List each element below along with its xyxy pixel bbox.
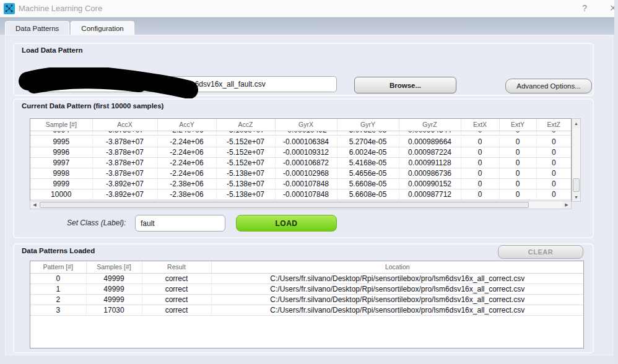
title-bar: Machine Learning Core ? ✕	[0, 0, 614, 17]
table-row[interactable]: 9998-3.878e+07-2.24e+06-5.138e+07-0.0001…	[30, 168, 571, 179]
current-data-pattern-group: Current Data Pattern (first 10000 sample…	[13, 98, 594, 238]
table-cell: correct	[142, 284, 211, 294]
table-cell: 0.000987224	[399, 147, 461, 158]
table-cell: 17030	[86, 305, 142, 315]
samples-table: Sample [#]AccXAccYAccZGyrXGyrYGyrZExtXEx…	[30, 118, 572, 202]
horizontal-scrollbar[interactable]: ◀ ▶	[30, 201, 572, 209]
column-header[interactable]: GyrY	[337, 119, 399, 131]
column-header[interactable]: GyrZ	[399, 119, 461, 131]
table-cell: C:/Users/fr.silvano/Desktop/Rpi/sensorti…	[211, 305, 583, 315]
table-cell: -3.878e+07	[92, 131, 157, 136]
table-cell: 0	[499, 179, 536, 189]
loaded-group-title: Data Patterns Loaded	[22, 247, 95, 254]
table-cell: 0	[499, 158, 536, 168]
table-row[interactable]: 9996-3.878e+07-2.24e+06-5.152e+07-0.0001…	[30, 147, 571, 158]
table-cell: -2.24e+06	[157, 137, 216, 147]
table-cell: 5.4168e-05	[337, 158, 399, 168]
clear-button[interactable]: CLEAR	[498, 245, 583, 259]
load-button[interactable]: LOAD	[236, 215, 337, 232]
table-row[interactable]: 9999-3.892e+07-2.38e+06-5.138e+07-0.0001…	[30, 179, 571, 189]
column-header[interactable]: GyrX	[275, 119, 337, 131]
table-cell: -0.000107848	[275, 179, 337, 189]
table-cell: C:/Users/fr.silvano/Desktop/Rpi/sensorti…	[211, 273, 583, 284]
table-row[interactable]: 049999correctC:/Users/fr.silvano/Desktop…	[30, 273, 583, 284]
tab-strip: Data Patterns Configuration	[0, 17, 614, 35]
scroll-left-icon[interactable]: ◀	[30, 201, 39, 209]
table-cell: -2.24e+06	[157, 168, 216, 179]
column-header[interactable]: Samples [#]	[86, 261, 142, 273]
table-row[interactable]: 9997-3.878e+07-2.24e+06-5.152e+07-0.0001…	[30, 158, 571, 168]
app-logo-icon	[4, 3, 15, 14]
table-cell: -3.892e+07	[92, 179, 157, 189]
scroll-right-icon[interactable]: ▶	[562, 201, 571, 209]
column-header[interactable]: ExtZ	[536, 119, 571, 131]
table-cell: 0	[536, 168, 571, 179]
table-cell: -5.138e+07	[216, 168, 275, 179]
column-header[interactable]: AccX	[92, 119, 157, 131]
scroll-down-icon[interactable]: ▼	[572, 193, 580, 201]
table-cell: 5.0752e-05	[337, 131, 399, 136]
table-cell: -0.00010492	[275, 131, 337, 136]
table-cell: -0.000106384	[275, 137, 337, 147]
table-cell: -0.000102968	[275, 168, 337, 179]
samples-table-body-table: 9995-3.878e+07-2.24e+06-5.152e+07-0.0001…	[30, 137, 571, 201]
table-cell: 5.4656e-05	[337, 168, 399, 179]
table-cell: -3.892e+07	[92, 189, 157, 200]
column-header[interactable]: ExtY	[499, 119, 536, 131]
vertical-scroll-thumb[interactable]	[573, 178, 580, 192]
table-cell: 9995	[30, 137, 92, 147]
data-patterns-loaded-group: Data Patterns Loaded CLEAR Pattern [#]Sa…	[13, 243, 594, 353]
table-cell: -5.152e+07	[216, 137, 275, 147]
close-button[interactable]: ✕	[609, 3, 617, 13]
table-cell: 0.000989664	[399, 137, 461, 147]
table-row[interactable]: 249999correctC:/Users/fr.silvano/Desktop…	[30, 294, 583, 305]
vertical-scrollbar[interactable]: ▲ ▼	[572, 118, 581, 202]
table-cell: C:/Users/fr.silvano/Desktop/Rpi/sensorti…	[211, 284, 583, 294]
horizontal-scroll-thumb[interactable]	[40, 202, 529, 208]
tab-configuration[interactable]: Configuration	[71, 21, 134, 35]
help-button[interactable]: ?	[582, 3, 587, 13]
table-cell: 5.6608e-05	[337, 189, 399, 200]
data-patterns-panel: Load Data Pattern Browse... Advanced Opt…	[5, 35, 613, 355]
table-cell: 0.000994544	[399, 131, 461, 136]
table-cell: 0	[536, 158, 571, 168]
table-cell: C:/Users/fr.silvano/Desktop/Rpi/sensorti…	[211, 294, 583, 305]
class-label-input[interactable]	[135, 215, 225, 232]
table-cell: 0	[30, 273, 86, 284]
table-cell: 0	[461, 189, 499, 200]
window-title: Machine Learning Core	[19, 4, 102, 13]
table-cell: 0	[536, 131, 571, 136]
table-cell: -3.878e+07	[92, 158, 157, 168]
machine-learning-core-window: Machine Learning Core ? ✕ Data Patterns …	[0, 0, 618, 364]
file-path-input[interactable]	[27, 76, 337, 92]
table-cell: 0	[536, 137, 571, 147]
tab-data-patterns[interactable]: Data Patterns	[5, 21, 69, 35]
table-cell: -5.152e+07	[216, 158, 275, 168]
table-cell: 0	[536, 147, 571, 158]
column-header[interactable]: Result	[142, 261, 211, 273]
table-cell: 0.000991128	[399, 158, 461, 168]
clipped-row-region: 9994-3.878e+07-2.24e+06-5.106e+07-0.0001…	[30, 131, 571, 137]
table-cell: -0.000106872	[275, 158, 337, 168]
table-row[interactable]: 9995-3.878e+07-2.24e+06-5.152e+07-0.0001…	[30, 137, 571, 147]
column-header[interactable]: Sample [#]	[30, 119, 92, 131]
table-cell: -3.878e+07	[92, 168, 157, 179]
scroll-up-icon[interactable]: ▲	[572, 119, 580, 128]
table-cell: 6.0024e-05	[337, 147, 399, 158]
table-cell: 0	[536, 179, 571, 189]
table-cell: 0	[461, 168, 499, 179]
table-row[interactable]: 149999correctC:/Users/fr.silvano/Desktop…	[30, 284, 583, 294]
browse-button[interactable]: Browse...	[354, 77, 456, 93]
column-header[interactable]: AccZ	[216, 119, 275, 131]
column-header[interactable]: AccY	[157, 119, 216, 131]
advanced-options-button[interactable]: Advanced Options...	[505, 79, 592, 93]
table-cell: 9996	[30, 147, 92, 158]
column-header[interactable]: Location	[211, 261, 583, 273]
table-row[interactable]: 317030correctC:/Users/fr.silvano/Desktop…	[30, 305, 583, 315]
table-row[interactable]: 10000-3.892e+07-2.38e+06-5.138e+07-0.000…	[30, 189, 571, 200]
table-row[interactable]: 9994-3.878e+07-2.24e+06-5.106e+07-0.0001…	[30, 131, 571, 136]
table-cell: -2.38e+06	[157, 189, 216, 200]
column-header[interactable]: ExtX	[461, 119, 499, 131]
column-header[interactable]: Pattern [#]	[30, 261, 86, 273]
table-cell: 49999	[86, 273, 142, 284]
